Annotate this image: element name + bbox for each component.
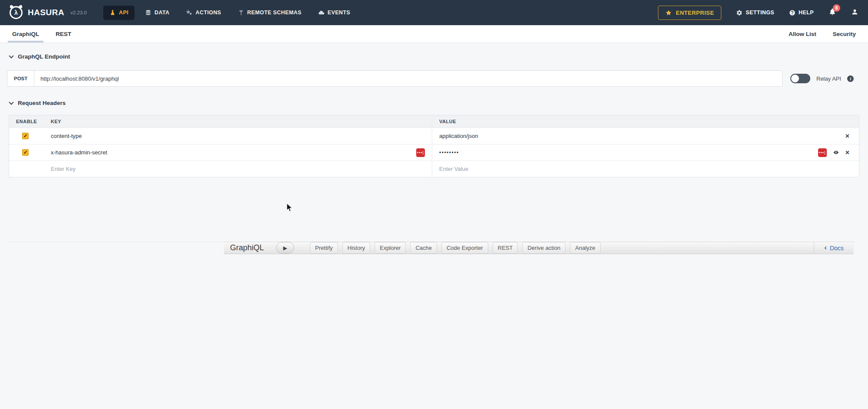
help-label: HELP	[799, 10, 814, 16]
subtabs-left: GraphiQLREST	[11, 25, 72, 43]
toolbar-button-analyze[interactable]: Analyze	[570, 242, 600, 254]
star-icon	[665, 10, 672, 16]
toolbar-button-derive-action[interactable]: Derive action	[522, 242, 566, 254]
play-icon: ▶	[283, 245, 287, 251]
table-header-row: ENABLEKEYVALUE	[9, 115, 859, 128]
mouse-cursor	[286, 203, 293, 212]
chevron-down-icon	[9, 100, 13, 105]
remove-header-icon[interactable]: ×	[845, 149, 849, 156]
header-key-cell[interactable]: content-type	[42, 128, 432, 144]
gears-icon	[186, 10, 193, 16]
toolbar-button-prettify[interactable]: Prettify	[310, 242, 338, 254]
enterprise-button[interactable]: ENTERPRISE	[658, 6, 721, 20]
toolbar-button-rest[interactable]: REST	[493, 242, 518, 254]
docs-chevron-icon: ‹	[824, 244, 827, 251]
top-navbar: λ HASURA v2.23.0 APIDATAACTIONSREMOTE SC…	[0, 0, 868, 25]
lastpass-icon[interactable]: •••|	[416, 148, 425, 157]
info-icon[interactable]: i	[847, 75, 854, 82]
nav-item-label: DATA	[155, 10, 169, 16]
new-header-row: Enter KeyEnter Value	[9, 160, 859, 177]
nav-item-label: EVENTS	[328, 10, 350, 16]
toolbar-button-cache[interactable]: Cache	[410, 242, 437, 254]
settings-label: SETTINGS	[746, 10, 774, 16]
enable-cell: ✓	[9, 128, 42, 144]
remove-header-icon[interactable]: ×	[845, 133, 849, 140]
header-value-value: ••••••••	[439, 150, 818, 156]
graphiql-toolbar: GraphiQL ▶ PrettifyHistoryExplorerCacheC…	[224, 242, 854, 254]
version-label: v2.23.0	[70, 10, 87, 15]
endpoint-row: POST Relay API i	[7, 70, 861, 87]
enable-cell: ✓	[9, 144, 42, 160]
database-icon	[145, 10, 151, 16]
new-header-key-cell[interactable]: Enter Key	[42, 161, 432, 177]
section-title: Request Headers	[18, 100, 66, 106]
account-button[interactable]	[851, 8, 858, 17]
header-key-value: x-hasura-admin-secret	[51, 149, 416, 156]
toolbar-button-code-exporter[interactable]: Code Exporter	[441, 242, 488, 254]
tab-rest[interactable]: REST	[55, 25, 72, 43]
header-value-value: application/json	[439, 133, 845, 139]
nav-item-label: ACTIONS	[196, 10, 221, 16]
nav-item-label: API	[119, 10, 128, 16]
endpoint-box: POST	[7, 70, 783, 87]
new-header-value-cell[interactable]: Enter Value	[432, 161, 859, 177]
graphql-endpoint-section-header[interactable]: GraphQL Endpoint	[10, 53, 861, 60]
row-actions: ×	[845, 133, 852, 140]
enable-checkbox[interactable]: ✓	[22, 149, 29, 156]
nav-item-label: REMOTE SCHEMAS	[247, 10, 302, 16]
tab-allow-list[interactable]: Allow List	[788, 25, 817, 43]
nav-item-actions[interactable]: ACTIONS	[180, 6, 227, 20]
api-content: GraphQL Endpoint POST Relay API i Reques…	[0, 53, 868, 177]
explorer-panel: Explorer × id:to:✓value:desc▶where:db_wr…	[7, 242, 221, 242]
enable-checkbox[interactable]: ✓	[22, 133, 29, 139]
graphql-endpoint-input[interactable]	[34, 71, 782, 86]
notifications-button[interactable]: 8	[829, 8, 836, 17]
docs-label: Docs	[830, 245, 844, 252]
toolbar-button-explorer[interactable]: Explorer	[375, 242, 406, 254]
graphiql-title: GraphiQL	[230, 243, 264, 252]
brand-name: HASURA	[28, 8, 64, 17]
tab-graphiql[interactable]: GraphiQL	[11, 25, 40, 43]
http-method-badge: POST	[7, 71, 34, 86]
value-input-placeholder: Enter Value	[439, 166, 468, 172]
notification-badge: 8	[833, 4, 840, 12]
section-title: GraphQL Endpoint	[18, 53, 70, 60]
settings-button[interactable]: SETTINGS	[736, 10, 774, 16]
nav-item-remote-schemas[interactable]: REMOTE SCHEMAS	[232, 6, 308, 20]
header-key-cell[interactable]: x-hasura-admin-secret•••|	[42, 144, 432, 160]
eye-icon[interactable]	[832, 150, 840, 155]
key-input-placeholder: Enter Key	[51, 166, 76, 172]
person-icon	[851, 8, 858, 16]
api-subtabs: GraphiQLREST Allow ListSecurity	[0, 25, 868, 43]
docs-toggle[interactable]: ‹ Docs	[814, 242, 854, 254]
eye-icon	[832, 150, 840, 155]
column-header-enable: ENABLE	[9, 115, 42, 128]
hasura-logo-icon[interactable]: λ	[10, 6, 23, 19]
enable-cell	[9, 161, 42, 177]
nav-item-data[interactable]: DATA	[139, 6, 175, 20]
column-header-value: VALUE	[432, 115, 859, 128]
execute-query-button[interactable]: ▶	[276, 242, 294, 254]
nav-item-events[interactable]: EVENTS	[312, 6, 356, 20]
toggle-knob	[791, 75, 799, 82]
tab-security[interactable]: Security	[832, 25, 857, 43]
relay-api-label: Relay API	[816, 75, 841, 82]
nav-item-api[interactable]: API	[103, 6, 135, 20]
gear-icon	[736, 10, 743, 16]
lastpass-icon[interactable]: •••|	[818, 148, 827, 157]
header-row: ✓content-typeapplication/json×	[9, 128, 859, 144]
main-nav: APIDATAACTIONSREMOTE SCHEMASEVENTS	[103, 6, 356, 20]
request-headers-section-header[interactable]: Request Headers	[10, 100, 861, 106]
header-value-cell[interactable]: •••••••••••|×	[432, 144, 859, 160]
chevron-down-icon	[9, 53, 13, 58]
request-headers-table: ENABLEKEYVALUE✓content-typeapplication/j…	[9, 115, 859, 177]
row-actions: •••|×	[818, 148, 852, 157]
header-value-cell[interactable]: application/json×	[432, 128, 859, 144]
brand: λ HASURA v2.23.0	[10, 6, 87, 19]
help-button[interactable]: HELP	[789, 10, 814, 16]
relay-api-toggle[interactable]	[790, 74, 810, 83]
subtabs-right: Allow ListSecurity	[788, 25, 857, 43]
toolbar-button-history[interactable]: History	[342, 242, 370, 254]
cloud-icon	[318, 10, 325, 16]
header-row: ✓x-hasura-admin-secret•••|•••••••••••|×	[9, 144, 859, 160]
